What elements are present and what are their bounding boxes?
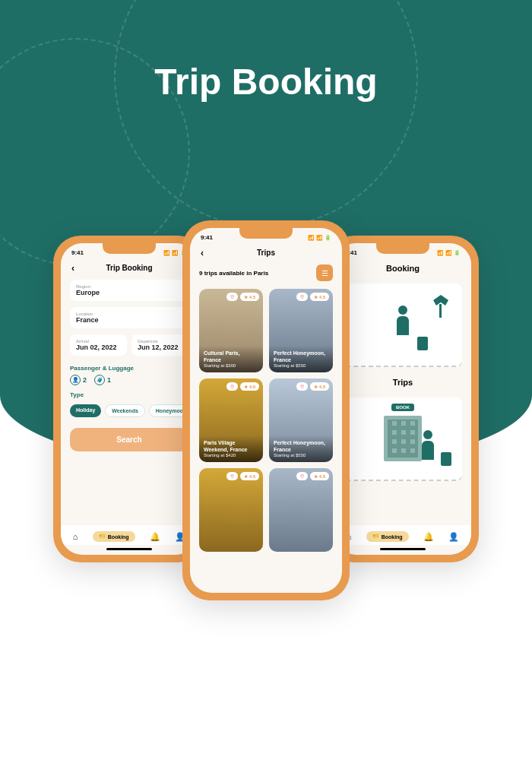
- home-indicator: [106, 548, 152, 550]
- trip-card[interactable]: ♡ ★ 4.0 Paris Village Weekend, France St…: [199, 378, 263, 462]
- rating-badge: ★ 4.5: [240, 293, 259, 301]
- phone-mockup-trips-list: 9:41 📶📶🔋 ‹ Trips 9 trips available in Pa…: [182, 220, 350, 600]
- trip-card[interactable]: ♡ ★ 4.5: [199, 468, 263, 552]
- luggage-icon: 🧳: [94, 375, 105, 385]
- nav-home-icon[interactable]: ⌂: [73, 532, 78, 541]
- trip-name: Paris Village Weekend, France: [204, 440, 258, 453]
- screen-title: Trip Booking: [106, 264, 152, 272]
- bottom-nav: ⌂ 🎫Booking 🔔 👤: [334, 525, 471, 545]
- rating-badge: ★ 4.5: [310, 472, 329, 480]
- suitcase-icon: [441, 452, 451, 466]
- trip-name: Cultural Paris, France: [204, 350, 258, 363]
- field-value: France: [76, 316, 182, 324]
- passenger-count[interactable]: 👤 2: [70, 375, 87, 385]
- status-time: 9:41: [71, 249, 84, 256]
- phone-notch: [376, 243, 429, 254]
- search-button[interactable]: Search: [70, 428, 188, 451]
- region-field[interactable]: Region Europe: [70, 280, 188, 301]
- trip-price: Starting at $550: [274, 453, 328, 458]
- nav-booking[interactable]: 🎫Booking: [93, 531, 135, 542]
- person-icon: 👤: [70, 375, 81, 385]
- favorite-badge[interactable]: ♡: [296, 472, 308, 480]
- favorite-badge[interactable]: ♡: [296, 293, 308, 301]
- nav-profile-icon[interactable]: 👤: [448, 532, 459, 542]
- trips-illustration[interactable]: BOOK: [344, 397, 462, 481]
- category-title: Trips: [334, 378, 471, 387]
- status-icons: 📶📶🔋: [308, 235, 331, 241]
- booking-illustration[interactable]: [344, 283, 462, 367]
- filter-button[interactable]: ☰: [316, 264, 333, 281]
- back-button[interactable]: ‹: [71, 263, 74, 274]
- departure-field[interactable]: Departure Jun 12, 2022: [131, 334, 188, 356]
- phone-showcase: 9:41 📶📶🔋 ‹ Trip Booking Region Europe Lo…: [0, 220, 532, 600]
- traveler-illustration: [416, 430, 439, 468]
- bottom-nav: ⌂ 🎫Booking 🔔 👤: [61, 525, 198, 545]
- field-value: Europe: [76, 289, 182, 296]
- trips-available-count: 9 trips available in Paris: [199, 270, 268, 277]
- favorite-badge[interactable]: ♡: [226, 293, 238, 301]
- page-title: Trip Booking: [0, 61, 532, 103]
- phone-notch: [239, 228, 293, 239]
- rating-badge: ★ 4.5: [310, 382, 329, 391]
- trip-price: Starting at $550: [274, 363, 328, 368]
- nav-bell-icon[interactable]: 🔔: [150, 532, 160, 542]
- category-title: Booking: [334, 264, 471, 273]
- field-value: Jun 02, 2022: [76, 344, 121, 351]
- suitcase-icon: [417, 337, 428, 350]
- trip-price: Starting at $300: [204, 363, 258, 368]
- rating-badge: ★ 4.5: [310, 293, 329, 301]
- screen-title: Trips: [257, 249, 275, 257]
- type-chip-holiday[interactable]: Holiday: [70, 404, 101, 417]
- rating-badge: ★ 4.5: [240, 472, 259, 480]
- luggage-count[interactable]: 🧳 1: [94, 375, 111, 385]
- trip-card[interactable]: ♡ ★ 4.5 Cultural Paris, France Starting …: [199, 289, 263, 372]
- trip-price: Starting at $420: [204, 453, 258, 458]
- phone-notch: [103, 243, 156, 254]
- traveler-illustration: [391, 306, 414, 344]
- palm-tree-icon: [433, 295, 448, 318]
- type-section-label: Type: [70, 391, 188, 398]
- trip-card[interactable]: ♡ ★ 4.5 Perfect Honeymoon, France Starti…: [269, 289, 333, 372]
- field-value: Jun 12, 2022: [138, 344, 182, 351]
- favorite-badge[interactable]: ♡: [296, 382, 308, 391]
- back-button[interactable]: ‹: [201, 248, 204, 258]
- trip-name: Perfect Honeymoon, France: [274, 350, 328, 363]
- location-field[interactable]: Location France: [70, 307, 188, 328]
- trip-card[interactable]: ♡ ★ 4.5: [269, 468, 333, 552]
- phone-mockup-categories: 9:41 📶📶🔋 Booking Trips BOOK: [327, 236, 479, 562]
- home-indicator: [380, 548, 426, 550]
- status-time: 9:41: [201, 234, 213, 241]
- book-tag: BOOK: [391, 404, 414, 411]
- trip-card[interactable]: ♡ ★ 4.5 Perfect Honeymoon, France Starti…: [269, 378, 333, 462]
- trip-name: Perfect Honeymoon, France: [274, 440, 328, 453]
- arrival-field[interactable]: Arrival Jun 02, 2022: [70, 334, 127, 356]
- nav-booking[interactable]: 🎫Booking: [366, 531, 409, 542]
- ticket-icon: 🎫: [99, 534, 106, 540]
- rating-badge: ★ 4.0: [240, 382, 259, 391]
- passenger-section-label: Passenger & Luggage: [70, 365, 188, 372]
- favorite-badge[interactable]: ♡: [226, 382, 238, 391]
- status-icons: 📶📶🔋: [437, 250, 461, 256]
- type-chip-weekends[interactable]: Weekends: [105, 404, 145, 417]
- screen-header: ‹ Trip Booking: [61, 259, 198, 277]
- favorite-badge[interactable]: ♡: [226, 472, 238, 480]
- ticket-icon: 🎫: [372, 534, 379, 540]
- screen-header: ‹ Trips: [190, 244, 342, 261]
- nav-bell-icon[interactable]: 🔔: [423, 532, 434, 542]
